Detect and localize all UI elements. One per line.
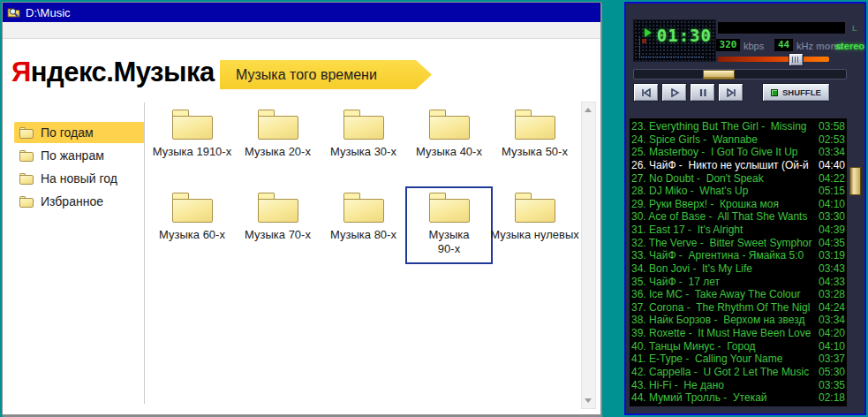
track-title: 31. East 17 - It's Alright — [631, 224, 817, 237]
explorer-titlebar[interactable]: D:\Music — [3, 3, 600, 22]
folder-icon — [515, 193, 555, 223]
previous-icon — [640, 88, 653, 97]
playlist-track[interactable]: 30. Ace of Base - All That She Wants 03:… — [631, 210, 845, 224]
folder-item-label: Музыка 30-х — [330, 145, 396, 159]
folder-icon — [258, 110, 298, 140]
folder-item-label: Музыка 20-х — [245, 145, 311, 159]
playlist-track[interactable]: 41. E-Type - Calling Your Name 03:37 — [631, 353, 845, 366]
track-duration: 04:40 — [819, 159, 845, 172]
track-title: 33. ЧайФ - Аргентина - Ямайка 5:0 — [631, 249, 817, 262]
folder-item[interactable]: Музыка 70-х — [235, 187, 321, 263]
explorer-content: Яндекс.Музыка Музыка того времени По год… — [3, 39, 600, 414]
shuffle-button[interactable]: SHUFFLE — [762, 83, 830, 102]
folder-icon — [172, 110, 213, 140]
sidebar-item-label: Избранное — [41, 194, 103, 208]
sidebar-item[interactable]: На новый год — [14, 168, 145, 189]
playlist-track[interactable]: 35. ЧайФ - 17 лет 04:33 — [631, 276, 845, 289]
track-title: 39. Roxette - It Must Have Been Love — [631, 327, 817, 340]
folder-item[interactable]: Музыка нулевых — [492, 187, 577, 263]
folder-item[interactable]: Музыка 1910-х — [149, 104, 235, 180]
track-title: 36. Ice MC - Take Away The Colour — [631, 288, 817, 301]
folder-item[interactable]: Музыка 30-х — [321, 104, 406, 180]
explorer-window: D:\Music Яндекс.Музыка Музыка того време… — [2, 2, 601, 415]
playlist-track[interactable]: 37. Corona - The Rhythm Of The Nigl 04:2… — [631, 301, 845, 315]
divider — [144, 102, 145, 404]
play-button[interactable] — [661, 83, 687, 102]
folder-search-icon — [7, 6, 20, 19]
banner-label: Музыка того времени — [236, 67, 377, 83]
track-duration: 02:53 — [819, 133, 845, 147]
folder-item[interactable]: Музыка 90-х — [406, 187, 492, 263]
folder-item-label: Музыка 1910-х — [153, 145, 231, 159]
explorer-scrollbar[interactable] — [581, 102, 596, 409]
playlist-track[interactable]: 29. Руки Вверх! - Крошка моя 04:10 — [631, 198, 845, 211]
playlist-track[interactable]: 27. No Doubt - Don't Speak 04:22 — [631, 172, 845, 186]
time-visualizer-display[interactable]: 01:30 — [633, 19, 716, 62]
song-title-marquee[interactable] — [718, 22, 845, 34]
track-duration: 03:58 — [819, 120, 845, 133]
logo-text: ндекс.Музыка — [31, 57, 215, 87]
playlist-track[interactable]: 32. The Verve - Bitter Sweet Symphor 04:… — [631, 237, 845, 250]
player-window: 01:30 L 320 kbps 44 kHz mono stereo — [624, 2, 866, 415]
track-title: 41. E-Type - Calling Your Name — [631, 353, 817, 366]
sidebar-item-label: По жанрам — [41, 148, 104, 163]
folder-item[interactable]: Музыка 20-х — [235, 104, 321, 180]
logo-letter: Я — [11, 57, 31, 87]
playlist-track[interactable]: 26. ЧайФ - Никто не услышит (Ой-й 04:40 — [631, 159, 845, 172]
explorer-toolbar — [3, 22, 600, 39]
playlist-track[interactable]: 38. Найк Борзов - Верхом на звезд 03:34 — [631, 314, 845, 327]
next-button[interactable] — [718, 83, 743, 102]
track-title: 23. Everything But The Girl - Missing — [631, 120, 817, 133]
playlist-track[interactable]: 23. Everything But The Girl - Missing 03… — [631, 120, 845, 133]
seek-bar[interactable] — [633, 69, 847, 80]
folder-item[interactable]: Музыка 40-х — [406, 104, 492, 180]
playlist-track[interactable]: 39. Roxette - It Must Have Been Love 04:… — [631, 327, 845, 340]
sidebar-item[interactable]: По жанрам — [14, 145, 145, 166]
playlist-track[interactable]: 42. Cappella - U Got 2 Let The Music 05:… — [631, 366, 845, 379]
track-duration: 03:34 — [819, 146, 845, 159]
track-title: 25. Masterboy - I Got To Give It Up — [631, 146, 817, 159]
playlist-track[interactable]: 44. Мумий Тролль - Утекай 02:18 — [631, 391, 845, 405]
scroll-up-icon[interactable] — [585, 108, 592, 112]
sidebar: По годам По жанрам На новый год — [14, 122, 145, 212]
sidebar-item[interactable]: Избранное — [14, 191, 145, 212]
playlist-track[interactable]: 31. East 17 - It's Alright 04:39 — [631, 224, 845, 237]
playlist-track[interactable]: 25. Masterboy - I Got To Give It Up 03:3… — [631, 146, 845, 159]
playlist-scrollbar-thumb[interactable] — [849, 167, 861, 195]
folder-icon — [19, 173, 34, 185]
folder-item[interactable]: Музыка 80-х — [321, 187, 406, 263]
volume-thumb[interactable] — [789, 53, 804, 66]
playlist-track[interactable]: 34. Bon Jovi - It's My Life 03:43 — [631, 262, 845, 276]
folder-item-label: Музыка нулевых — [490, 228, 579, 242]
folder-icon — [429, 110, 470, 140]
track-duration: 03:19 — [819, 249, 845, 262]
track-duration: 03:28 — [819, 288, 845, 301]
playlist-track[interactable]: 43. Hi-Fi - Не дано 03:35 — [631, 379, 845, 392]
pause-button[interactable] — [690, 83, 715, 102]
folder-item[interactable]: Музыка 50-х — [492, 104, 577, 180]
playlist-track[interactable]: 28. DJ Miko - What's Up 05:15 — [631, 185, 845, 198]
track-duration: 04:10 — [819, 198, 845, 211]
window-title: D:\Music — [26, 6, 71, 19]
volume-slider[interactable] — [718, 57, 829, 62]
track-duration: 04:22 — [819, 172, 845, 186]
track-title: 28. DJ Miko - What's Up — [631, 185, 817, 198]
folder-item-label: Музыка 80-х — [330, 228, 396, 242]
play-indicator-icon — [645, 28, 652, 37]
playlist-track[interactable]: 40. Танцы Минус - Город 04:10 — [631, 340, 845, 353]
track-title: 37. Corona - The Rhythm Of The Nigl — [631, 301, 817, 315]
sidebar-item[interactable]: По годам — [14, 122, 145, 143]
folder-item-label: Музыка 40-х — [416, 145, 482, 159]
track-title: 24. Spice Girls - Wannabe — [631, 133, 817, 147]
playlist-track[interactable]: 36. Ice MC - Take Away The Colour 03:28 — [631, 288, 845, 301]
folder-item-label: Музыка 90-х — [421, 228, 478, 257]
folder-icon — [172, 193, 213, 223]
folder-item[interactable]: Музыка 60-х — [149, 187, 235, 263]
playlist-track[interactable]: 24. Spice Girls - Wannabe 02:53 — [631, 133, 845, 147]
playlist-track[interactable]: 33. ЧайФ - Аргентина - Ямайка 5:0 03:19 — [631, 249, 845, 262]
track-duration: 04:10 — [819, 340, 845, 353]
scroll-down-icon[interactable] — [585, 398, 592, 403]
seek-thumb[interactable] — [703, 70, 735, 80]
next-icon — [725, 88, 737, 97]
previous-button[interactable] — [633, 83, 659, 102]
